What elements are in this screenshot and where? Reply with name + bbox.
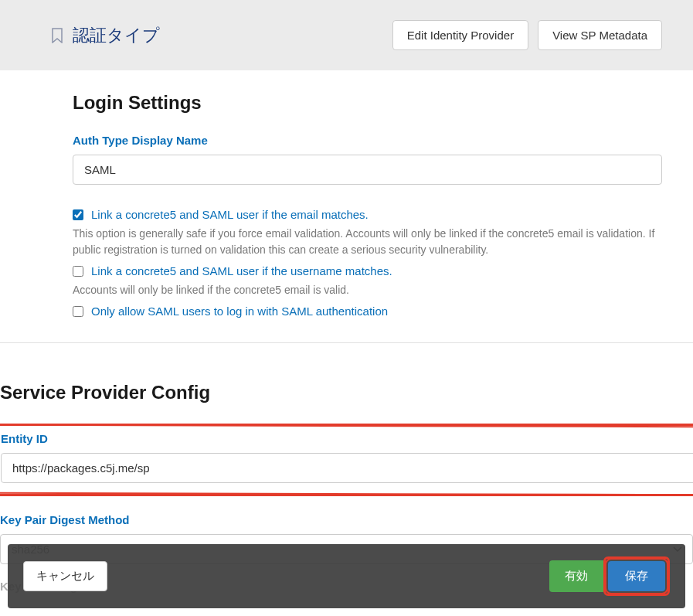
- sp-config-title: Service Provider Config: [0, 382, 693, 403]
- link-username-checkbox[interactable]: [73, 266, 83, 277]
- only-saml-checkbox[interactable]: [73, 306, 83, 317]
- link-email-checkbox[interactable]: [73, 209, 83, 220]
- content: Login Settings Auth Type Display Name Li…: [0, 70, 693, 318]
- link-email-help: This option is generally safe if you for…: [73, 226, 662, 258]
- only-saml-label[interactable]: Only allow SAML users to log in with SAM…: [91, 305, 388, 318]
- header-buttons: Edit Identity Provider View SP Metadata: [392, 20, 662, 50]
- enable-button[interactable]: 有効: [549, 560, 603, 592]
- view-sp-metadata-button[interactable]: View SP Metadata: [538, 20, 662, 50]
- only-saml-row: Only allow SAML users to log in with SAM…: [73, 305, 662, 318]
- login-settings-title: Login Settings: [73, 92, 662, 114]
- link-email-label[interactable]: Link a concrete5 and SAML user if the em…: [91, 208, 369, 221]
- link-email-row: Link a concrete5 and SAML user if the em…: [73, 208, 662, 221]
- link-username-label[interactable]: Link a concrete5 and SAML user if the us…: [91, 264, 392, 277]
- display-name-label: Auth Type Display Name: [73, 134, 662, 147]
- link-username-help: Accounts will only be linked if the conc…: [73, 282, 662, 298]
- page-header: 認証タイプ Edit Identity Provider View SP Met…: [0, 0, 693, 70]
- display-name-input[interactable]: [73, 155, 662, 185]
- header-left: 認証タイプ: [51, 24, 160, 47]
- entity-id-label: Entity ID: [1, 432, 693, 445]
- save-highlight: 保存: [603, 556, 670, 596]
- page-title: 認証タイプ: [73, 24, 160, 47]
- footer-bar: キャンセル 有効 保存: [8, 544, 685, 601]
- digest-label: Key Pair Digest Method: [0, 513, 693, 526]
- entity-id-input[interactable]: [1, 453, 693, 483]
- entity-id-highlight: Entity ID: [0, 424, 693, 496]
- cancel-button[interactable]: キャンセル: [23, 561, 107, 591]
- bookmark-icon: [51, 28, 63, 43]
- edit-identity-provider-button[interactable]: Edit Identity Provider: [392, 20, 528, 50]
- footer-right: 有効 保存: [549, 556, 670, 596]
- display-name-field: Auth Type Display Name: [73, 134, 662, 185]
- link-username-row: Link a concrete5 and SAML user if the us…: [73, 264, 662, 277]
- save-button[interactable]: 保存: [608, 561, 665, 591]
